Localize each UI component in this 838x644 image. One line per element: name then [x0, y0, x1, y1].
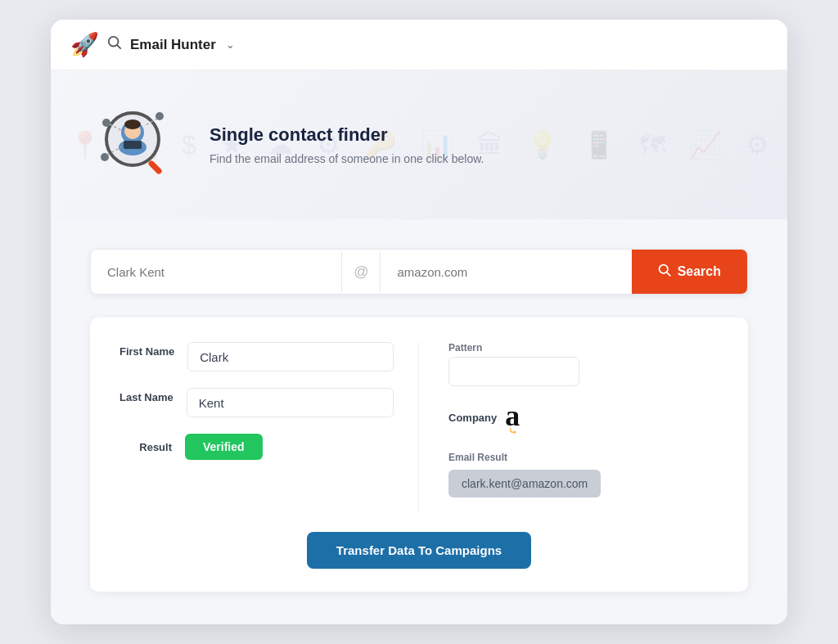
verified-badge: Verified — [185, 434, 263, 460]
first-name-label: First Name — [119, 342, 187, 358]
first-name-row: First Name Clark — [119, 342, 394, 372]
main-window: 🚀 Email Hunter ⌄ 📍📶$★☁ ⚙🔑📊🏛💡 📱🗺📈⚙ — [51, 20, 787, 624]
hero-title: Single contact finder — [210, 124, 484, 146]
svg-line-1 — [117, 45, 120, 48]
svg-rect-9 — [147, 160, 163, 175]
svg-point-10 — [102, 119, 110, 127]
result-label: Result — [119, 441, 185, 453]
titlebar: 🚀 Email Hunter ⌄ — [51, 20, 787, 70]
search-bar: @ Search — [90, 249, 748, 295]
domain-input[interactable] — [381, 252, 631, 292]
pattern-value — [448, 357, 579, 386]
app-title: Email Hunter — [130, 37, 216, 53]
email-result-label: Email Result — [448, 452, 719, 463]
last-name-row: Last Name Kent — [119, 388, 394, 417]
search-icon — [107, 35, 122, 54]
company-label: Company — [448, 412, 497, 424]
company-logo: a ⤷ — [505, 401, 520, 437]
hero-banner: 📍📶$★☁ ⚙🔑📊🏛💡 📱🗺📈⚙ — [51, 70, 787, 219]
transfer-button[interactable]: Transfer Data To Campaigns — [307, 532, 531, 569]
email-result-value: clark.kent@amazon.com — [448, 470, 601, 498]
app-logo: 🚀 — [70, 31, 99, 58]
result-left-panel: First Name Clark Last Name Kent Result V… — [119, 342, 419, 512]
result-grid: First Name Clark Last Name Kent Result V… — [119, 342, 719, 512]
last-name-value: Kent — [187, 388, 394, 417]
search-button-label: Search — [678, 264, 721, 279]
pattern-row: Pattern — [448, 342, 719, 386]
email-result-row: Email Result clark.kent@amazon.com — [448, 452, 719, 498]
result-status-row: Result Verified — [119, 434, 394, 460]
result-card: First Name Clark Last Name Kent Result V… — [90, 317, 748, 592]
company-row: Company a ⤷ — [448, 401, 719, 437]
svg-point-6 — [124, 119, 141, 129]
first-name-value: Clark — [187, 342, 394, 372]
search-icon — [658, 263, 671, 280]
result-right-panel: Pattern Company a ⤷ — [419, 342, 719, 512]
hero-illustration — [90, 100, 180, 190]
hero-subtitle: Find the email address of someone in one… — [210, 152, 484, 165]
hero-text: Single contact finder Find the email add… — [210, 124, 484, 165]
chevron-down-icon[interactable]: ⌄ — [226, 38, 235, 51]
main-content: @ Search First Name Clark — [51, 219, 787, 624]
pattern-label: Pattern — [448, 342, 719, 354]
last-name-label: Last Name — [119, 388, 187, 403]
at-symbol: @ — [341, 251, 381, 292]
svg-line-17 — [666, 272, 669, 276]
name-input[interactable] — [91, 252, 341, 292]
svg-rect-8 — [124, 141, 142, 149]
search-button[interactable]: Search — [632, 250, 747, 294]
